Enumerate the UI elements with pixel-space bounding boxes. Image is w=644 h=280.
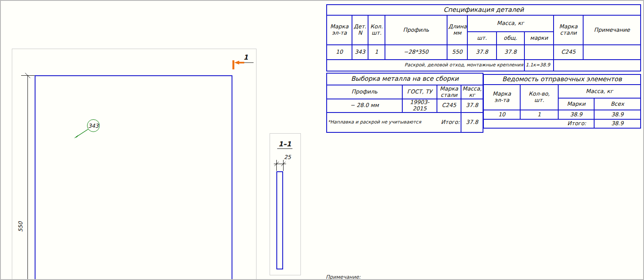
metal-col-gost: ГОСТ, ТУ	[402, 85, 437, 99]
spec-footer-row: Раскрой, деловой отход, монтажные крепле…	[327, 60, 641, 71]
spec-col-mass-total: общ.	[497, 32, 524, 45]
spec-col-note: Примечание	[583, 15, 641, 45]
metal-data-row: − 28.0 мм 19903-2015 С245 37.8	[327, 99, 483, 113]
dimension-25[interactable]: 25	[284, 154, 291, 160]
spec-col-mark: Марка эл-та	[327, 15, 352, 45]
spec-data-row: 10 343 1 −28*350 550 37.8 37.8 С245	[327, 45, 641, 60]
shipping-footer-total-label: Итого:	[483, 119, 594, 128]
shipping-table-title: Ведомость отправочных элементов	[483, 74, 641, 85]
spec-col-qty: Кол. шт.	[368, 15, 385, 45]
metal-cell-profile: − 28.0 мм	[327, 99, 402, 113]
shipping-col-qty: Кол-во, шт.	[520, 85, 558, 110]
spec-cell-profile: −28*350	[385, 45, 447, 60]
spec-cell-mass-marks	[524, 45, 554, 60]
spec-col-mass-marks: марки	[524, 32, 554, 45]
spec-footer-text: Раскрой, деловой отход, монтажные крепле…	[327, 60, 524, 71]
spec-cell-length: 550	[447, 45, 467, 60]
plate-outline[interactable]	[35, 75, 232, 280]
spec-col-profile: Профиль	[385, 15, 447, 45]
metal-cell-mass: 37.8	[461, 99, 483, 113]
shipping-col-mark: Марка эл-та	[483, 85, 520, 110]
spec-cell-qty: 1	[368, 45, 385, 60]
shipping-cell-marks: 38.9	[558, 110, 594, 119]
metal-footer-total: 37.8	[461, 113, 483, 132]
spec-cell-mass-total: 37.8	[497, 45, 524, 60]
spec-col-det: Дет. N	[352, 15, 368, 45]
metal-col-profile: Профиль	[327, 85, 402, 99]
section-view-title[interactable]: 1–1	[270, 140, 300, 148]
section-cut-label[interactable]: 1	[243, 53, 248, 61]
metal-table-title: Выборка металла на все сборки	[327, 73, 483, 85]
spec-cell-note	[583, 45, 641, 60]
spec-table[interactable]: Спецификация деталей Марка эл-та Дет. N …	[326, 4, 641, 71]
dimension-550[interactable]: 550	[17, 218, 24, 236]
spec-footer-empty	[554, 60, 641, 71]
spec-table-title: Спецификация деталей	[327, 5, 641, 15]
shipping-footer-total: 38.9	[594, 119, 641, 128]
balloon-343[interactable]: 343	[87, 119, 100, 132]
shipping-cell-qty: 1	[520, 110, 558, 119]
metal-footer-note: *Наплавка и раскрой не учитываются	[328, 120, 421, 125]
shipping-col-mass-group: Масса, кг	[558, 85, 641, 98]
spec-cell-mark: 10	[327, 45, 352, 60]
shipping-col-mass-all: Всех	[594, 98, 641, 110]
metal-col-mass: Масса, кг	[461, 85, 483, 99]
metal-footer-total-label: Итого:	[441, 119, 460, 126]
spec-col-length: Длина, мм	[447, 15, 467, 45]
metal-table[interactable]: Выборка металла на все сборки Профиль ГО…	[326, 73, 483, 133]
note-label: Примечание:	[326, 274, 360, 280]
shipping-cell-mark: 10	[483, 110, 520, 119]
spec-cell-steel: С245	[554, 45, 583, 60]
spec-col-mass-pc: шт.	[467, 32, 497, 45]
section-plate-outline[interactable]	[276, 171, 283, 269]
shipping-data-row: 10 1 38.9 38.9	[483, 110, 641, 119]
metal-cell-steel: С245	[437, 99, 461, 113]
cad-canvas: 550 343 1 1–1 25 Спецификация деталей Ма…	[0, 0, 644, 280]
spec-cell-det: 343	[352, 45, 368, 60]
spec-footer-value: 1.1к≈38.9	[524, 60, 554, 71]
metal-cell-gost: 19903-2015	[402, 99, 437, 113]
shipping-table[interactable]: Ведомость отправочных элементов Марка эл…	[483, 74, 641, 129]
spec-col-steel: Марка стали	[554, 15, 583, 45]
shipping-footer-row: Итого: 38.9	[483, 119, 641, 128]
shipping-cell-all: 38.9	[594, 110, 641, 119]
shipping-col-mass-marks: Марки	[558, 98, 594, 110]
metal-footer-row: *Наплавка и раскрой не учитываются Итого…	[327, 113, 483, 132]
spec-col-mass-group: Масса, кг	[467, 15, 554, 32]
spec-cell-mass-pc: 37.8	[467, 45, 497, 60]
metal-col-steel: Марка стали	[437, 85, 461, 99]
